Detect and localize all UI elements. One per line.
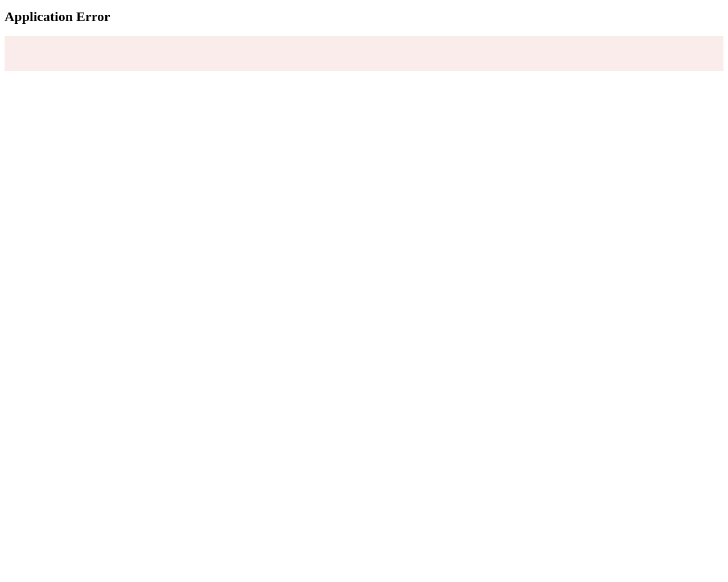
error-message-panel <box>5 36 723 71</box>
page-title: Application Error <box>5 9 723 24</box>
